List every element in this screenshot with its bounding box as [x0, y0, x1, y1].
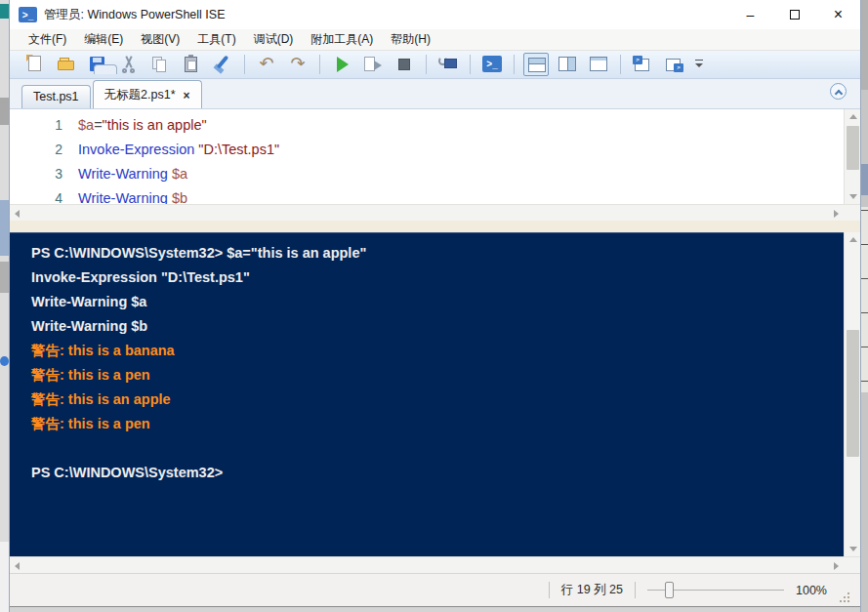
new-remote-powershell-tab-icon[interactable] [435, 53, 461, 76]
scroll-up-icon[interactable] [849, 114, 857, 119]
new-script-icon[interactable] [22, 53, 48, 76]
show-script-pane-right-icon[interactable] [555, 53, 580, 76]
redo-icon[interactable]: ↷ [285, 53, 310, 76]
minimize-button[interactable]: – [728, 0, 772, 29]
run-script-icon[interactable] [329, 53, 354, 76]
toolbar-separator [426, 55, 427, 74]
editor-line[interactable]: Invoke-Expression "D:\Test.ps1" [78, 138, 844, 162]
cut-icon[interactable] [116, 53, 142, 76]
script-tab-strip: Test.ps1无标题2.ps1*× [10, 79, 860, 108]
menu-bar: 文件(F)编辑(E)视图(V)工具(T)调试(D)附加工具(A)帮助(H) [10, 29, 860, 51]
script-editor-pane[interactable]: 1234 $a="this is an apple"Invoke-Express… [10, 108, 860, 204]
open-script-icon[interactable] [54, 53, 79, 76]
background-window-right-edge [861, 0, 868, 612]
line-number: 2 [10, 138, 62, 162]
console-warning-line: 警告: this is a pen [31, 363, 844, 388]
console-scroll-thumb[interactable] [847, 330, 859, 457]
console-warning-line: 警告: this is a banana [31, 339, 844, 363]
zoom-slider[interactable] [647, 581, 784, 600]
title-bar: >_ 管理员: Windows PowerShell ISE – × [10, 0, 860, 29]
console-line: PS C:\WINDOWS\System32> [31, 461, 844, 485]
copy-icon[interactable] [147, 53, 173, 76]
maximize-button[interactable] [772, 0, 816, 29]
scroll-left-icon[interactable] [15, 562, 20, 570]
scroll-left-icon[interactable] [15, 210, 20, 218]
console-line: Write-Warning $a [31, 290, 844, 314]
menu-item-2[interactable]: 视图(V) [132, 29, 188, 50]
console-line [31, 436, 844, 461]
zoom-slider-thumb[interactable] [665, 582, 674, 598]
resize-grip-icon[interactable] [839, 592, 850, 603]
powershell-app-icon: >_ [19, 7, 37, 22]
undo-icon[interactable]: ↶ [254, 53, 279, 76]
scroll-up-icon[interactable] [849, 237, 857, 242]
toolbar-separator [319, 55, 320, 74]
tab-label: 无标题2.ps1* [104, 87, 176, 103]
scroll-down-icon[interactable] [849, 194, 857, 199]
save-icon[interactable] [85, 53, 110, 76]
menu-item-4[interactable]: 调试(D) [245, 29, 303, 50]
window-title: 管理员: Windows PowerShell ISE [44, 7, 225, 23]
editor-line[interactable]: $a="this is an apple" [78, 113, 844, 138]
editor-scroll-thumb[interactable] [847, 126, 859, 170]
chevron-up-icon [835, 90, 843, 98]
show-script-pane-maximized-icon[interactable] [586, 53, 611, 76]
toolbar: ↶↷>_>> [10, 51, 860, 79]
scroll-right-icon[interactable] [834, 562, 839, 570]
stop-operation-icon[interactable] [392, 53, 417, 76]
console-line: PS C:\WINDOWS\System32> $a="this is an a… [31, 241, 844, 265]
menu-item-3[interactable]: 工具(T) [188, 29, 244, 50]
pane-splitter[interactable] [10, 221, 860, 232]
line-number-gutter: 1234 [10, 109, 78, 204]
editor-horizontal-scrollbar[interactable] [10, 204, 860, 221]
paste-icon[interactable] [179, 53, 204, 76]
scroll-down-icon[interactable] [849, 547, 857, 551]
status-separator [549, 582, 550, 598]
status-separator [635, 582, 636, 598]
editor-vertical-scrollbar[interactable] [844, 109, 860, 204]
close-button[interactable]: × [816, 0, 860, 29]
menu-item-5[interactable]: 附加工具(A) [302, 29, 382, 50]
line-number: 1 [10, 113, 62, 138]
close-powershell-tab-icon[interactable]: > [661, 53, 686, 76]
tab-label: Test.ps1 [33, 90, 79, 103]
background-window-left-edge [0, 0, 9, 612]
console-warning-line: 警告: this is a pen [31, 412, 844, 436]
editor-line[interactable]: Write-Warning $a [78, 162, 844, 186]
console-warning-line: 警告: this is an apple [31, 388, 844, 412]
cursor-position: 行 19 列 25 [561, 582, 623, 598]
run-selection-icon[interactable] [360, 53, 386, 76]
window-bottom-edge [10, 606, 860, 612]
powershell-ise-window: >_ 管理员: Windows PowerShell ISE – × 文件(F)… [9, 0, 861, 612]
toolbar-separator [514, 55, 515, 74]
collapse-script-pane-button[interactable] [830, 83, 847, 100]
tab-close-icon[interactable]: × [184, 91, 190, 101]
clear-console-pane-icon[interactable] [210, 53, 235, 76]
start-powershell-icon[interactable]: >_ [479, 53, 505, 76]
toolbar-separator [620, 55, 621, 74]
console-pane[interactable]: PS C:\WINDOWS\System32> $a="this is an a… [10, 232, 844, 556]
console-line: Write-Warning $b [31, 314, 844, 339]
status-bar: 行 19 列 25 100% [10, 573, 860, 606]
menu-item-6[interactable]: 帮助(H) [382, 29, 439, 50]
script-code-area[interactable]: $a="this is an apple"Invoke-Expression "… [78, 109, 844, 204]
toolbar-separator [470, 55, 471, 74]
toolbar-separator [244, 55, 245, 74]
zoom-level: 100% [796, 584, 827, 597]
console-line: Invoke-Expression "D:\Test.ps1" [31, 265, 844, 290]
script-tab-1[interactable]: 无标题2.ps1*× [93, 80, 202, 108]
show-script-pane-top-icon[interactable] [523, 53, 549, 76]
toolbar-overflow-icon[interactable] [692, 53, 706, 76]
line-number: 3 [10, 162, 62, 186]
console-vertical-scrollbar[interactable] [844, 232, 860, 556]
maximize-icon [790, 10, 800, 20]
scroll-right-icon[interactable] [834, 210, 839, 218]
new-powershell-tab-icon[interactable]: > [630, 53, 655, 76]
console-horizontal-scrollbar[interactable] [10, 556, 860, 573]
menu-item-1[interactable]: 编辑(E) [75, 29, 132, 50]
script-tab-0[interactable]: Test.ps1 [21, 85, 91, 108]
menu-item-0[interactable]: 文件(F) [20, 29, 75, 50]
